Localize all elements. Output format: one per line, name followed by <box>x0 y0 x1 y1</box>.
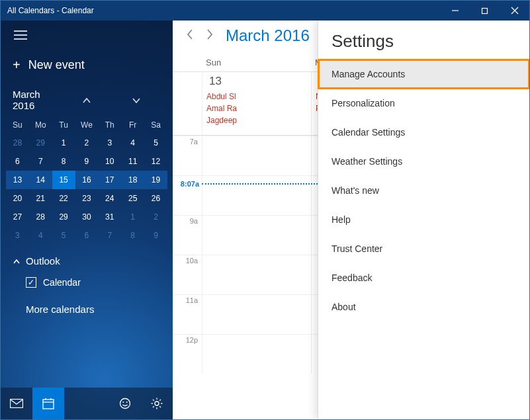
time-cell[interactable] <box>202 136 311 175</box>
app-window: All Calendars - Calendar + New event Mar… <box>0 0 530 420</box>
mini-day-cell[interactable]: 2 <box>144 208 167 226</box>
allday-event[interactable]: Amal Ra <box>205 103 308 114</box>
allday-event[interactable]: Jagdeep <box>205 114 308 126</box>
day-header[interactable]: Sun <box>202 51 311 71</box>
chevron-up-icon <box>13 258 21 265</box>
svg-line-22 <box>159 399 161 401</box>
svg-point-14 <box>126 401 128 403</box>
time-cell[interactable] <box>202 255 311 294</box>
new-event-label: New event <box>28 58 85 72</box>
settings-flyout: Settings Manage AccountsPersonalizationC… <box>318 21 529 419</box>
time-cell[interactable] <box>202 215 311 255</box>
mini-day-cell[interactable]: 5 <box>144 134 167 152</box>
mini-day-cell[interactable]: 19 <box>144 171 167 189</box>
settings-item[interactable]: Help <box>318 205 529 234</box>
mini-day-cell[interactable]: 24 <box>98 189 121 208</box>
mini-day-cell[interactable]: 16 <box>75 171 99 189</box>
mini-day-cell[interactable]: 29 <box>52 208 75 226</box>
mini-day-cell[interactable]: 7 <box>98 226 121 245</box>
hamburger-button[interactable] <box>1 21 173 46</box>
time-cell[interactable] <box>202 334 311 374</box>
next-week-button[interactable] <box>206 28 214 44</box>
mini-day-cell[interactable]: 22 <box>52 189 75 208</box>
mini-day-cell[interactable]: 28 <box>29 208 52 226</box>
mini-day-cell[interactable]: 1 <box>121 208 144 226</box>
mini-month-header: March 2016 <box>1 85 173 116</box>
mini-day-cell[interactable]: 29 <box>29 134 52 152</box>
mini-day-cell[interactable]: 9 <box>75 152 99 171</box>
new-event-button[interactable]: + New event <box>1 46 173 85</box>
svg-point-12 <box>120 399 130 409</box>
svg-line-23 <box>153 406 154 407</box>
settings-item[interactable]: What's new <box>318 176 529 205</box>
mini-day-cell[interactable]: 4 <box>121 134 144 152</box>
plus-icon: + <box>13 58 21 73</box>
feedback-button[interactable] <box>109 388 141 419</box>
settings-item[interactable]: Manage Accounts <box>318 60 529 89</box>
settings-item[interactable]: Personalization <box>318 89 529 118</box>
time-cell[interactable] <box>202 294 311 334</box>
settings-item[interactable]: About <box>318 292 529 321</box>
month-title[interactable]: March 2016 <box>226 26 310 45</box>
mini-day-cell[interactable]: 18 <box>121 171 144 189</box>
bottom-bar <box>1 388 173 419</box>
mini-day-cell[interactable]: 20 <box>6 189 29 208</box>
mini-day-cell[interactable]: 31 <box>98 208 121 226</box>
mini-calendar: SuMoTuWeThFrSa 2829123456789101112131415… <box>1 116 173 245</box>
calendar-checkbox-row[interactable]: Calendar <box>13 273 161 292</box>
svg-point-15 <box>155 401 159 405</box>
settings-item[interactable]: Trust Center <box>318 234 529 263</box>
accounts-section: Outlook Calendar <box>1 245 173 292</box>
prev-month-button[interactable] <box>62 95 112 106</box>
more-calendars-button[interactable]: More calendars <box>1 292 173 327</box>
settings-item[interactable]: Weather Settings <box>318 147 529 176</box>
svg-rect-8 <box>43 399 54 409</box>
mini-day-cell[interactable]: 8 <box>52 152 75 171</box>
mini-day-cell[interactable]: 25 <box>121 189 144 208</box>
mini-day-cell[interactable]: 13 <box>6 171 29 189</box>
mini-day-cell[interactable]: 3 <box>98 134 121 152</box>
maximize-button[interactable] <box>470 1 500 21</box>
checkbox-icon <box>26 277 36 288</box>
mini-day-cell[interactable]: 5 <box>52 226 75 245</box>
mini-day-cell[interactable]: 26 <box>144 189 167 208</box>
prev-week-button[interactable] <box>186 28 194 44</box>
mini-day-cell[interactable]: 23 <box>75 189 99 208</box>
mini-day-cell[interactable]: 8 <box>121 226 144 245</box>
mini-day-header: Su <box>6 116 29 134</box>
allday-event[interactable]: Abdul Sl <box>205 91 308 103</box>
hour-label: 9a <box>173 215 202 255</box>
mini-day-cell[interactable]: 4 <box>29 226 52 245</box>
mini-day-cell[interactable]: 11 <box>121 152 144 171</box>
mini-day-cell[interactable]: 12 <box>144 152 167 171</box>
mini-day-cell[interactable]: 10 <box>98 152 121 171</box>
mini-day-cell[interactable]: 14 <box>29 171 52 189</box>
mini-day-cell[interactable]: 27 <box>6 208 29 226</box>
mini-day-cell[interactable]: 7 <box>29 152 52 171</box>
mini-day-cell[interactable]: 6 <box>6 152 29 171</box>
mini-day-cell[interactable]: 1 <box>52 134 75 152</box>
mini-day-cell[interactable]: 6 <box>75 226 99 245</box>
settings-button[interactable] <box>141 388 173 419</box>
mail-button[interactable] <box>1 388 32 419</box>
allday-cell[interactable]: 13Abdul SlAmal RaJagdeep <box>202 72 311 135</box>
svg-line-20 <box>153 399 154 401</box>
mini-day-cell[interactable]: 9 <box>144 226 167 245</box>
mini-day-cell[interactable]: 30 <box>75 208 99 226</box>
mini-day-cell[interactable]: 21 <box>29 189 52 208</box>
mini-day-cell[interactable]: 3 <box>6 226 29 245</box>
calendar-icon <box>42 398 54 409</box>
settings-item[interactable]: Calendar Settings <box>318 118 529 147</box>
outlook-account-toggle[interactable]: Outlook <box>13 255 161 267</box>
mini-day-cell[interactable]: 2 <box>75 134 99 152</box>
mini-day-cell[interactable]: 15 <box>52 171 75 189</box>
next-month-button[interactable] <box>111 95 161 106</box>
mini-day-cell[interactable]: 17 <box>98 171 121 189</box>
settings-item[interactable]: Feedback <box>318 263 529 292</box>
mini-day-cell[interactable]: 28 <box>6 134 29 152</box>
close-button[interactable] <box>500 1 529 21</box>
minimize-button[interactable] <box>440 1 470 21</box>
calendar-button[interactable] <box>32 388 64 419</box>
svg-point-13 <box>122 401 124 403</box>
svg-rect-1 <box>482 8 488 13</box>
